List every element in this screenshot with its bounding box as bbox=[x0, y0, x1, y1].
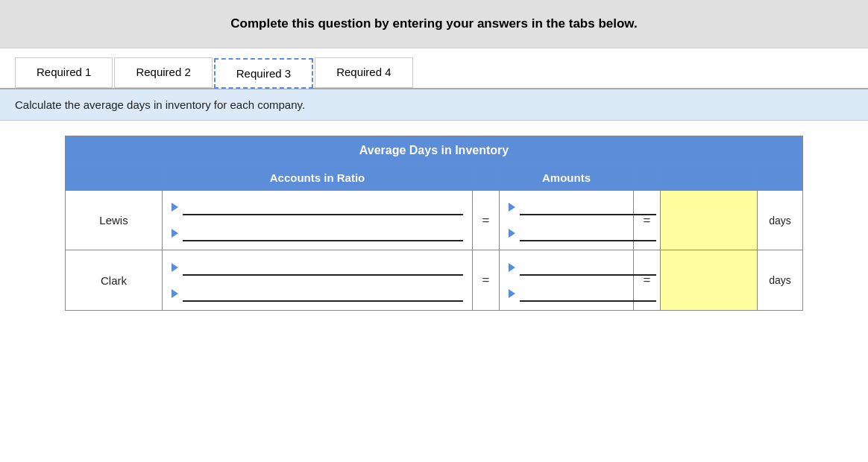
lewis-amounts-inputs bbox=[500, 191, 634, 250]
clark-unit: days bbox=[758, 250, 802, 310]
lewis-eq1: = bbox=[473, 191, 500, 250]
clark-amounts-arrow1 bbox=[509, 263, 515, 272]
lewis-result-cell bbox=[661, 191, 758, 250]
clark-amounts-input-row1 bbox=[509, 259, 624, 276]
lewis-result-input[interactable] bbox=[661, 212, 757, 230]
tab-required4[interactable]: Required 4 bbox=[315, 57, 412, 88]
col-eq-header bbox=[473, 165, 500, 190]
clark-result-input[interactable] bbox=[661, 271, 757, 289]
table-row-lewis: Lewis = bbox=[66, 191, 802, 250]
col-accounts-header: Accounts in Ratio bbox=[163, 165, 473, 190]
lewis-amounts-input-row2 bbox=[509, 225, 624, 241]
lewis-amounts-input-row1 bbox=[509, 199, 624, 215]
clark-accounts-input-row1 bbox=[172, 259, 463, 276]
average-days-table: Average Days in Inventory Accounts in Ra… bbox=[65, 136, 803, 311]
lewis-accounts-input2[interactable] bbox=[183, 225, 463, 241]
tab-required3[interactable]: Required 3 bbox=[214, 58, 313, 89]
lewis-amounts-arrow1 bbox=[509, 203, 515, 212]
clark-eq1: = bbox=[473, 250, 500, 310]
clark-accounts-input2[interactable] bbox=[183, 285, 463, 302]
clark-amounts-inputs bbox=[500, 250, 634, 310]
col-result-header bbox=[661, 165, 758, 190]
table-title: Average Days in Inventory bbox=[66, 136, 802, 165]
clark-accounts-inputs bbox=[163, 250, 473, 310]
lewis-arrow1 bbox=[172, 203, 178, 212]
lewis-accounts-input1[interactable] bbox=[183, 199, 463, 215]
lewis-amounts-arrow2 bbox=[509, 229, 515, 238]
main-content: Average Days in Inventory Accounts in Ra… bbox=[0, 121, 868, 326]
col-eq2-header bbox=[634, 165, 661, 190]
lewis-arrow2 bbox=[172, 229, 178, 238]
tab-required1[interactable]: Required 1 bbox=[15, 57, 113, 88]
lewis-accounts-inputs bbox=[163, 191, 473, 250]
clark-amounts-arrow2 bbox=[509, 289, 515, 298]
lewis-eq2: = bbox=[634, 191, 661, 250]
lewis-label: Lewis bbox=[66, 191, 163, 250]
tab-required2[interactable]: Required 2 bbox=[114, 57, 212, 88]
col-name-header bbox=[66, 165, 163, 190]
tabs-row: Required 1 Required 2 Required 3 Require… bbox=[0, 48, 868, 89]
col-amounts-header: Amounts bbox=[500, 165, 634, 190]
clark-result-cell bbox=[661, 250, 758, 310]
table-row-clark: Clark = bbox=[66, 250, 802, 310]
clark-arrow2 bbox=[172, 289, 178, 298]
lewis-unit: days bbox=[758, 191, 802, 250]
table-subheader: Accounts in Ratio Amounts bbox=[66, 165, 802, 191]
col-unit-header bbox=[758, 165, 802, 190]
lewis-accounts-input-row1 bbox=[172, 199, 463, 215]
clark-accounts-input-row2 bbox=[172, 285, 463, 302]
clark-accounts-input1[interactable] bbox=[183, 259, 463, 276]
clark-amounts-input-row2 bbox=[509, 285, 624, 302]
clark-label: Clark bbox=[66, 250, 163, 310]
lewis-accounts-input-row2 bbox=[172, 225, 463, 241]
clark-arrow1 bbox=[172, 263, 178, 272]
clark-eq2: = bbox=[634, 250, 661, 310]
instruction-text: Calculate the average days in inventory … bbox=[0, 89, 868, 121]
header-banner: Complete this question by entering your … bbox=[0, 0, 868, 48]
